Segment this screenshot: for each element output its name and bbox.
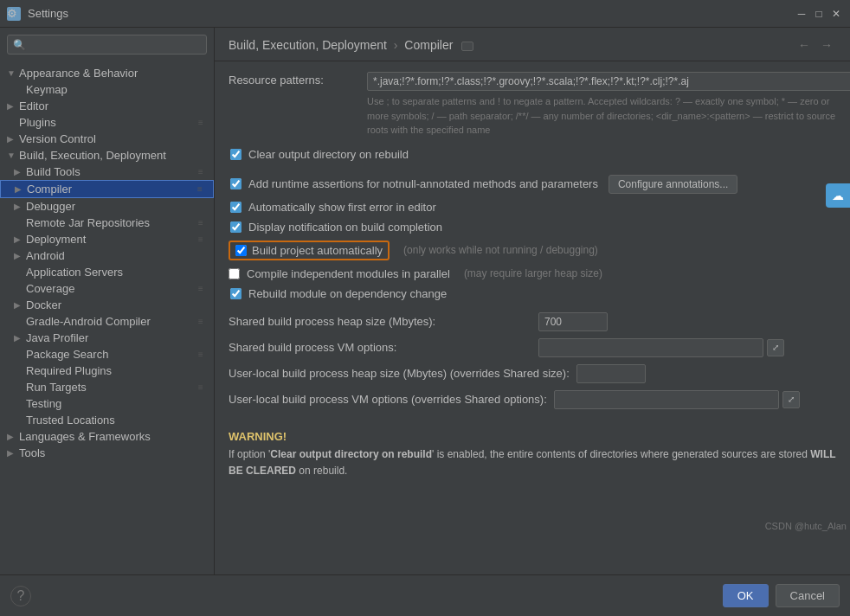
warning-text: If option 'Clear output directory on reb… [229,446,836,479]
sidebar-item-label: Plugins [19,116,195,129]
panel-content: Resource patterns: Use ; to separate pat… [215,61,850,574]
show-first-error-label: Automatically show first error in editor [248,201,436,214]
sidebar-item-gradle-android[interactable]: Gradle-Android Compiler ≡ [0,313,214,330]
arrow-icon: ▶ [15,184,27,194]
sidebar-item-editor[interactable]: ▶ Editor [0,98,214,114]
vm-options-label: Shared build process VM options: [229,341,531,354]
sidebar-item-appearance[interactable]: ▼ Appearance & Behavior [0,65,214,81]
sidebar-item-label: Android [26,249,207,262]
display-notification-checkbox[interactable] [230,221,241,233]
build-auto-row: Build project automatically (only works … [229,241,836,260]
settings-icon: ≡ [195,217,207,229]
resource-patterns-input[interactable] [367,72,850,91]
resource-patterns-hint: Use ; to separate patterns and ! to nega… [367,94,836,138]
sidebar-item-java-profiler[interactable]: ▶ Java Profiler [0,330,214,346]
sidebar-item-deployment[interactable]: ▶ Deployment ≡ [0,231,214,247]
sidebar-item-languages[interactable]: ▶ Languages & Frameworks [0,428,214,445]
warning-title: WARNING! [229,430,836,443]
sidebar-item-label: Package Search [26,348,195,361]
sidebar-item-tools[interactable]: ▶ Tools [0,445,214,461]
sidebar-item-required-plugins[interactable]: Required Plugins [0,363,214,379]
build-auto-label: Build project automatically [252,244,383,257]
heap-size-row: Shared build process heap size (Mbytes): [229,312,836,331]
section-tag-icon [461,42,473,51]
clear-output-checkbox[interactable] [230,149,241,160]
sidebar-item-label: Deployment [26,233,195,246]
sidebar-item-plugins[interactable]: Plugins ≡ [0,114,214,131]
sidebar-item-label: Compiler [27,183,194,196]
vm-options-input[interactable] [538,338,763,357]
sidebar-item-build-tools[interactable]: ▶ Build Tools ≡ [0,164,214,180]
sidebar-item-label: Docker [26,298,207,311]
sidebar-item-label: Tools [19,446,207,459]
watermark: CSDN @hutc_Alan [765,521,847,531]
sidebar-item-keymap[interactable]: Keymap [0,81,214,98]
sidebar-item-docker[interactable]: ▶ Docker [0,297,214,313]
search-input[interactable] [29,38,201,51]
heap-size-label: Shared build process heap size (Mbytes): [229,315,531,328]
warning-option-name: Clear output directory on rebuild [270,448,432,460]
cloud-icon[interactable]: ☁ [826,183,850,208]
back-button[interactable]: ← [795,36,814,54]
settings-icon: ≡ [195,316,207,328]
window-controls: ─ □ ✕ [795,7,843,21]
user-heap-input[interactable] [576,364,646,383]
compile-parallel-hint: (may require larger heap size) [464,267,602,279]
sidebar-item-version-control[interactable]: ▶ Version Control [0,131,214,147]
arrow-icon: ▶ [14,167,26,176]
add-runtime-row: Add runtime assertions for notnull-annot… [229,175,836,194]
configure-annotations-button[interactable]: Configure annotations... [609,175,737,194]
panel-navigation: ← → [795,36,836,54]
sidebar-item-label: Build, Execution, Deployment [19,149,207,162]
close-button[interactable]: ✕ [829,7,843,21]
forward-button[interactable]: → [817,36,836,54]
sidebar-item-trusted-locations[interactable]: Trusted Locations [0,412,214,428]
sidebar-item-label: Java Profiler [26,331,207,344]
sidebar-item-label: Keymap [26,83,207,96]
sidebar-item-coverage[interactable]: Coverage ≡ [0,280,214,297]
maximize-button[interactable]: □ [812,7,826,21]
sidebar-item-label: Build Tools [26,165,195,178]
resource-patterns-value [367,72,850,91]
arrow-icon: ▶ [14,234,26,244]
add-runtime-label: Add runtime assertions for notnull-annot… [248,177,598,190]
sidebar-item-remote-jar[interactable]: Remote Jar Repositories ≡ [0,215,214,231]
search-wrapper[interactable]: 🔍 [7,35,207,55]
user-vm-input[interactable] [554,390,779,409]
show-first-error-row: Automatically show first error in editor [229,201,836,214]
arrow-icon: ▶ [7,432,19,441]
sidebar-item-build-execution[interactable]: ▼ Build, Execution, Deployment [0,147,214,164]
settings-icon: ≡ [195,166,207,178]
search-icon: 🔍 [13,39,26,51]
ok-button[interactable]: OK [723,584,769,607]
sidebar-item-testing[interactable]: Testing [0,395,214,412]
arrow-icon: ▶ [14,333,26,343]
show-first-error-checkbox[interactable] [230,202,241,213]
minimize-button[interactable]: ─ [795,7,808,21]
sidebar-item-android[interactable]: ▶ Android [0,247,214,264]
arrow-icon: ▶ [14,251,26,260]
clear-output-label: Clear output directory on rebuild [248,148,409,161]
settings-icon: ≡ [195,382,207,394]
sidebar-item-run-targets[interactable]: Run Targets ≡ [0,379,214,395]
resource-patterns-label: Resource patterns: [229,72,367,87]
compile-parallel-checkbox[interactable] [229,268,240,279]
build-auto-checkbox[interactable] [235,245,247,256]
sidebar-item-app-servers[interactable]: Application Servers [0,264,214,280]
plugin-icon: ≡ [195,117,207,129]
sidebar-item-package-search[interactable]: Package Search ≡ [0,346,214,363]
window-title: Settings [28,7,795,20]
sidebar-item-label: Coverage [26,282,195,295]
sidebar-item-label: Appearance & Behavior [19,67,207,80]
help-button[interactable]: ? [10,586,31,606]
rebuild-on-change-checkbox[interactable] [230,288,241,299]
sidebar: 🔍 ▼ Appearance & Behavior Keymap ▶ [0,28,215,574]
vm-options-expand-button[interactable]: ⤢ [767,339,784,356]
sidebar-item-debugger[interactable]: ▶ Debugger [0,198,214,215]
user-vm-expand-button[interactable]: ⤢ [782,391,800,408]
sidebar-item-compiler[interactable]: ▶ Compiler ≡ [0,180,214,198]
heap-size-input[interactable] [538,312,608,331]
add-runtime-checkbox[interactable] [230,178,241,189]
cancel-button[interactable]: Cancel [776,584,840,607]
breadcrumb: Build, Execution, Deployment › Compiler [229,38,473,52]
